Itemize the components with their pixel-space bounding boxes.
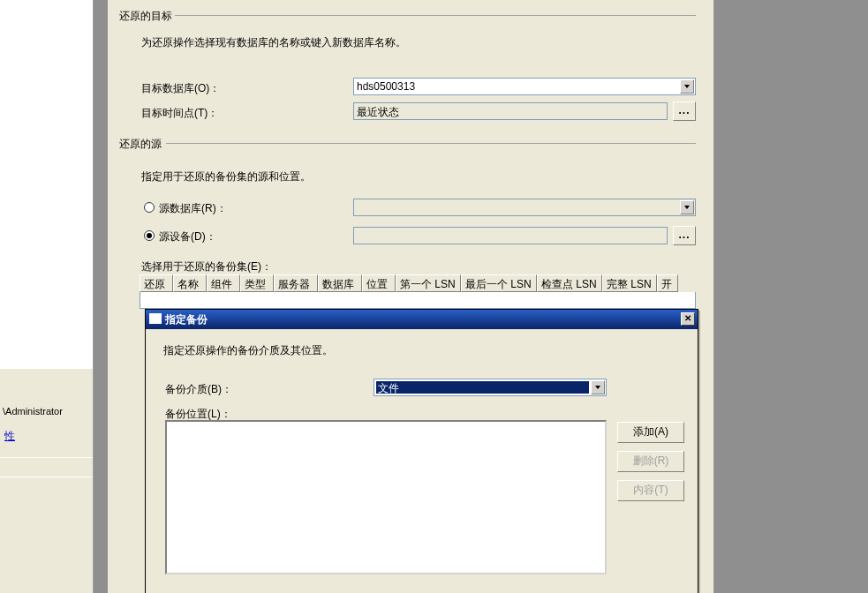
- ellipsis-icon: ...: [678, 104, 690, 116]
- target-hint: 为还原操作选择现有数据库的名称或键入新数据库名称。: [141, 35, 406, 50]
- close-button[interactable]: ✕: [681, 312, 695, 326]
- left-panel: \Administrator 性: [0, 0, 108, 593]
- contents-button: 内容(T): [617, 480, 684, 501]
- chevron-down-icon[interactable]: [680, 79, 694, 94]
- backup-media-value: 文件: [376, 381, 589, 394]
- table-header: 还原 名称 组件 类型 服务器 数据库 位置 第一个 LSN 最后一个 LSN …: [140, 274, 696, 292]
- left-info-area: \Administrator 性: [0, 369, 94, 593]
- dialog-hint: 指定还原操作的备份介质及其位置。: [163, 343, 333, 358]
- col-lastlsn[interactable]: 最后一个 LSN: [461, 274, 537, 292]
- col-db[interactable]: 数据库: [318, 274, 362, 292]
- group-target-line: [175, 15, 696, 16]
- col-fulllsn[interactable]: 完整 LSN: [602, 274, 657, 292]
- source-hint: 指定用于还原的备份集的源和位置。: [141, 169, 311, 184]
- backup-media-combo[interactable]: 文件: [374, 379, 607, 396]
- admin-path: \Administrator: [3, 406, 63, 417]
- col-comp[interactable]: 组件: [207, 274, 240, 292]
- dest-db-combo[interactable]: hds0500313: [353, 78, 696, 95]
- dest-db-label: 目标数据库(O)：: [141, 81, 220, 96]
- group-target-title: 还原的目标: [119, 9, 172, 24]
- dialog-title: 指定备份: [165, 313, 208, 326]
- backup-sets-table[interactable]: 还原 名称 组件 类型 服务器 数据库 位置 第一个 LSN 最后一个 LSN …: [140, 274, 696, 309]
- chevron-down-icon[interactable]: [591, 380, 605, 394]
- source-db-combo: [353, 199, 696, 216]
- divider: [0, 457, 93, 458]
- dest-time-field: 最近状态: [353, 102, 668, 120]
- radio-source-device[interactable]: [144, 230, 155, 241]
- divider: [0, 477, 93, 477]
- col-start[interactable]: 开: [657, 274, 678, 292]
- dest-time-browse-button[interactable]: ...: [673, 101, 696, 121]
- table-body[interactable]: [140, 292, 696, 309]
- group-source-title: 还原的源: [119, 137, 162, 152]
- radio-source-db-label: 源数据库(R)：: [159, 201, 227, 216]
- col-type[interactable]: 类型: [240, 274, 274, 292]
- dest-db-value: hds0500313: [357, 80, 679, 93]
- dest-time-value: 最近状态: [357, 106, 399, 118]
- ellipsis-icon: ...: [678, 229, 690, 241]
- col-firstlsn[interactable]: 第一个 LSN: [396, 274, 461, 292]
- col-restore[interactable]: 还原: [140, 274, 173, 292]
- specify-backup-dialog: 指定备份 ✕ 指定还原操作的备份介质及其位置。 备份介质(B)： 文件 备份位置…: [145, 309, 698, 593]
- backup-sets-label: 选择用于还原的备份集(E)：: [141, 259, 272, 274]
- radio-source-device-label: 源设备(D)：: [159, 229, 216, 244]
- dialog-icon: [149, 313, 162, 324]
- col-server[interactable]: 服务器: [274, 274, 318, 292]
- source-device-field: [353, 227, 668, 244]
- add-button[interactable]: 添加(A): [617, 422, 684, 443]
- chevron-down-icon: [680, 200, 694, 214]
- dest-time-label: 目标时间点(T)：: [141, 106, 218, 121]
- group-source-line: [166, 143, 696, 144]
- col-name[interactable]: 名称: [173, 274, 207, 292]
- left-tree-area: [0, 0, 94, 370]
- col-pos[interactable]: 位置: [362, 274, 396, 292]
- backup-location-list[interactable]: [165, 420, 607, 574]
- backup-media-label: 备份介质(B)：: [165, 382, 232, 397]
- dialog-titlebar[interactable]: 指定备份 ✕: [146, 310, 698, 329]
- col-chklsn[interactable]: 检查点 LSN: [537, 274, 602, 292]
- source-device-browse-button[interactable]: ...: [673, 226, 696, 245]
- properties-link[interactable]: 性: [4, 429, 15, 444]
- radio-source-db[interactable]: [144, 202, 155, 213]
- remove-button: 删除(R): [617, 451, 684, 472]
